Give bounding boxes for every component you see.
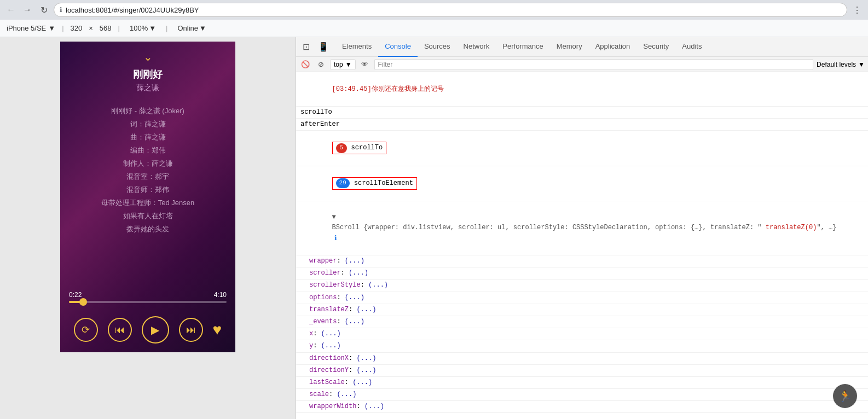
detail-3: 编曲：郑伟 [69, 146, 227, 155]
prop-wrapperHeight: wrapperHeight: 480 [296, 413, 868, 419]
prop-y: y: (...) [296, 340, 868, 352]
song-artist: 薛之谦 [136, 83, 159, 93]
context-dropdown-icon: ▼ [345, 61, 352, 68]
device-width: 320 [71, 24, 83, 32]
running-man-icon: 🏃 [833, 384, 857, 408]
detail-6: 混音师：郑伟 [69, 185, 227, 195]
console-toolbar: 🚫 ⊘ top ▼ 👁 Default levels ▼ [296, 57, 868, 72]
context-label: top [334, 61, 343, 68]
scrollTo-badge-box: 5 scrollTo [332, 142, 387, 154]
console-line-afterEnter: afterEnter [296, 119, 868, 131]
next-button[interactable]: ⏭ [179, 318, 203, 342]
zoom-select[interactable]: 100% ▼ [126, 23, 159, 33]
device-label: iPhone 5/SE [7, 24, 46, 32]
scrollToElement-label: scrollToElement [354, 178, 413, 189]
scrollToElement-badge-box: 29 scrollToElement [332, 177, 417, 190]
song-title: 刚刚好 [133, 68, 163, 81]
prop-wrapper: wrapper: (...) [296, 255, 868, 267]
default-levels-dropdown-icon: ▼ [858, 61, 865, 68]
times-label: × [89, 24, 93, 32]
song-header: ⌄ 刚刚好 薛之谦 [60, 42, 235, 97]
prop-directionY: directionY: (...) [296, 365, 868, 377]
detail-5: 混音室：郝宇 [69, 172, 227, 182]
chevron-down-icon[interactable]: ⌄ [143, 50, 153, 63]
prop-lastScale: lastScale: (...) [296, 377, 868, 389]
filter-input[interactable] [374, 59, 813, 70]
device-select[interactable]: iPhone 5/SE ▼ [7, 24, 55, 32]
console-line-scrollTo-badge: 5 scrollTo [296, 131, 868, 166]
favorite-button[interactable]: ♥ [212, 321, 222, 339]
scrollTo-count-badge: 5 [336, 143, 347, 153]
default-levels-label: Default levels [817, 61, 856, 68]
info-icon: ℹ [334, 235, 337, 242]
detail-2: 曲：薛之谦 [69, 132, 227, 142]
detail-9: 拨弄她的头发 [69, 224, 227, 234]
reload-button[interactable]: ↻ [37, 3, 50, 16]
play-button[interactable]: ▶ [142, 316, 169, 344]
extensions-button[interactable]: ⋮ [850, 3, 864, 16]
progress-bar[interactable] [69, 301, 227, 303]
forward-button[interactable]: → [21, 3, 34, 16]
default-levels-select[interactable]: Default levels ▼ [817, 61, 865, 68]
bscroll-obj-text: BScroll {wrapper: div.listview, scroller… [332, 224, 762, 231]
address-bar[interactable]: ℹ localhost:8081/#/singer/002J4UUk29y8BY [54, 3, 847, 17]
scrollToElement-count-badge: 29 [336, 178, 350, 188]
tab-memory[interactable]: Memory [550, 37, 589, 57]
tab-audits[interactable]: Audits [675, 37, 708, 57]
tab-network[interactable]: Network [457, 37, 496, 57]
expand-icon[interactable]: ▼ [332, 213, 336, 221]
tab-elements[interactable]: Elements [335, 37, 378, 57]
back-button[interactable]: ← [4, 3, 18, 16]
network-dropdown-icon[interactable]: ▼ [199, 24, 206, 32]
filter-toggle-button[interactable]: ⊘ [315, 59, 327, 71]
time-total: 4:10 [214, 291, 227, 299]
time-display: 0:22 4:10 [69, 291, 227, 299]
zoom-dropdown-icon[interactable]: ▼ [149, 24, 156, 32]
translateZ-val: translateZ(0) [762, 224, 817, 231]
controls-section: ⟳ ⏮ ▶ ⏭ ♥ [60, 316, 235, 344]
device-dropdown-icon[interactable]: ▼ [48, 24, 55, 32]
tab-application[interactable]: Application [589, 37, 637, 57]
console-line-bscroll[interactable]: ▼ BScroll {wrapper: div.listview, scroll… [296, 201, 868, 255]
prop-scrollerStyle: scrollerStyle: (...) [296, 280, 868, 292]
tab-performance[interactable]: Performance [496, 37, 549, 57]
devtools-icons: ⊡ 📱 [298, 39, 331, 55]
tab-security[interactable]: Security [636, 37, 675, 57]
prop-options: options: (...) [296, 292, 868, 304]
progress-section: 0:22 4:10 [60, 291, 235, 303]
tab-sources[interactable]: Sources [418, 37, 457, 57]
zoom-label: 100% [130, 24, 148, 32]
phone-screen: ⌄ 刚刚好 薛之谦 刚刚好 - 薛之谦 (Joker) 词：薛之谦 曲：薛之谦 … [60, 42, 235, 352]
prev-button[interactable]: ⏮ [108, 318, 132, 342]
device-toolbar: iPhone 5/SE ▼ | 320 × 568 | 100% ▼ | Onl… [0, 20, 868, 37]
console-line-scrollTo: scrollTo [296, 107, 868, 119]
prop-scroller: scroller: (...) [296, 267, 868, 280]
prop-scale: scale: (...) [296, 389, 868, 401]
console-line-timestamp: [03:49.45]你别还在意我身上的记号 [296, 73, 868, 107]
prop-x: x: (...) [296, 328, 868, 340]
timestamp-text: [03:49.45]你别还在意我身上的记号 [332, 85, 444, 93]
song-details: 刚刚好 - 薛之谦 (Joker) 词：薛之谦 曲：薛之谦 编曲：郑伟 制作人：… [60, 102, 235, 238]
tab-console[interactable]: Console [378, 37, 418, 57]
device-icon[interactable]: 📱 [316, 39, 331, 55]
separator: | [62, 24, 63, 32]
detail-7: 母带处理工程师：Ted Jensen [69, 198, 227, 208]
lock-icon: ℹ [60, 6, 62, 14]
network-select[interactable]: Online ▼ [174, 23, 209, 33]
detail-8: 如果有人在灯塔 [69, 211, 227, 221]
progress-thumb [79, 298, 87, 306]
separator3: | [166, 24, 167, 32]
eye-button[interactable]: 👁 [359, 59, 371, 71]
devtools-panel: ⊡ 📱 Elements Console Sources Network Per… [296, 37, 868, 419]
devtools-tabbar: ⊡ 📱 Elements Console Sources Network Per… [296, 37, 868, 57]
prop-translateZ: translateZ: (...) [296, 304, 868, 316]
detail-4: 制作人：薛之谦 [69, 159, 227, 168]
detail-0: 刚刚好 - 薛之谦 (Joker) [69, 106, 227, 116]
prop-events: _events: (...) [296, 316, 868, 328]
inspect-icon[interactable]: ⊡ [298, 39, 314, 55]
clear-console-button[interactable]: 🚫 [299, 59, 311, 71]
loop-button[interactable]: ⟳ [74, 318, 98, 342]
console-line-scrollToElement-badge: 29 scrollToElement [296, 166, 868, 202]
context-select[interactable]: top ▼ [330, 59, 356, 70]
console-output: [03:49.45]你别还在意我身上的记号 scrollTo afterEnte… [296, 72, 868, 419]
